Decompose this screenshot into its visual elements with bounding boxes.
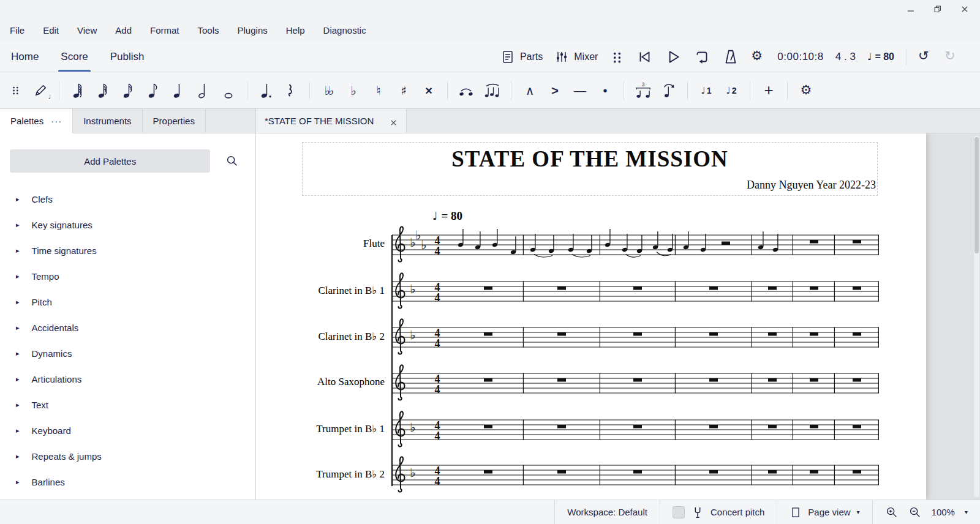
tab-properties[interactable]: Properties [143,109,206,133]
stave[interactable]: ♭44 [392,315,879,359]
zoom-out-icon[interactable] [908,506,922,519]
chevron-down-icon[interactable]: ▾ [965,509,968,515]
document-tab[interactable]: *STATE OF THE MISSION [256,109,407,133]
menu-item-format[interactable]: Format [150,25,179,36]
expand-arrow-icon[interactable]: ▸ [16,401,20,409]
note-eighth-button[interactable] [145,80,161,101]
tuplet-button[interactable]: 3 [635,80,652,101]
stave-label[interactable]: Trumpet in B♭ 1 [256,422,385,435]
stave-label[interactable]: Clarinet in B♭ 1 [256,284,385,297]
menu-item-edit[interactable]: Edit [43,25,59,36]
palette-item-repeats-jumps[interactable]: ▸Repeats & jumps [0,443,255,469]
stave[interactable]: 44 [392,361,879,405]
playback-settings-icon[interactable]: ⚙ [751,50,766,64]
palette-item-barlines[interactable]: ▸Barlines [0,469,255,495]
expand-arrow-icon[interactable]: ▸ [16,272,20,280]
palette-item-clefs[interactable]: ▸Clefs [0,186,255,212]
flat-button[interactable]: ♭ [345,80,361,101]
palette-item-articulations[interactable]: ▸Articulations [0,366,255,392]
stave-label[interactable]: Trumpet in B♭ 2 [256,468,385,481]
voice-1-button[interactable]: ♩1 [698,80,714,101]
restore-button[interactable] [933,5,942,13]
expand-arrow-icon[interactable]: ▸ [16,478,20,486]
tab-instruments[interactable]: Instruments [73,109,142,133]
add-palettes-button[interactable]: Add Palettes [10,149,210,173]
expand-arrow-icon[interactable]: ▸ [16,427,20,435]
stave[interactable]: ♭44 [392,269,879,313]
palette-item-tempo[interactable]: ▸Tempo [0,263,255,289]
expand-arrow-icon[interactable]: ▸ [16,221,20,229]
zoom-in-icon[interactable] [885,506,899,519]
workspace-button[interactable]: Workspace: Default [554,500,660,524]
marcato-button[interactable]: ∧ [522,80,538,101]
palette-item-time-signatures[interactable]: ▸Time signatures [0,238,255,263]
natural-button[interactable]: ♮ [371,80,386,101]
tab-palettes[interactable]: Palettes ··· [0,109,73,133]
rewind-button[interactable] [636,48,653,66]
playback-tempo[interactable]: ♩ = 80 [867,51,894,62]
concert-pitch-toggle[interactable] [673,506,685,518]
score-credit[interactable]: Danny Nguyen Year 2022-23 [747,179,876,192]
accent-button[interactable]: > [547,80,563,101]
score-page[interactable]: STATE OF THE MISSION Danny Nguyen Year 2… [256,133,926,500]
menu-item-help[interactable]: Help [286,25,305,36]
palette-item-text[interactable]: ▸Text [0,392,255,417]
note-whole-button[interactable] [221,80,236,101]
menu-item-diagnostic[interactable]: Diagnostic [323,25,366,36]
note-quarter-button[interactable] [170,80,186,101]
voice-2-button[interactable]: ♩2 [723,80,739,101]
palette-item-pitch[interactable]: ▸Pitch [0,289,255,315]
zoom-level[interactable]: 100% [932,507,955,517]
tab-score[interactable]: Score [61,42,88,72]
score-canvas[interactable]: STATE OF THE MISSION Danny Nguyen Year 2… [256,133,980,500]
menu-item-tools[interactable]: Tools [198,25,219,36]
palette-item-keyboard[interactable]: ▸Keyboard [0,417,255,443]
palette-item-accidentals[interactable]: ▸Accidentals [0,315,255,340]
loop-playback-button[interactable] [693,48,710,66]
menu-item-view[interactable]: View [77,25,97,36]
stave-label[interactable]: Clarinet in B♭ 2 [256,330,385,343]
expand-arrow-icon[interactable]: ▸ [16,452,20,460]
vertical-scrollbar[interactable] [974,136,979,497]
note-64th-button[interactable] [70,80,86,101]
add-toolbar-item-button[interactable]: + [761,80,777,101]
augmentation-dot-button[interactable] [258,80,274,101]
play-button[interactable] [665,48,682,66]
scrollbar-thumb[interactable] [974,137,979,253]
menu-item-file[interactable]: File [10,25,24,36]
expand-arrow-icon[interactable]: ▸ [16,350,20,357]
view-mode-button[interactable]: Page view ▾ [777,500,872,524]
palette-item-key-signatures[interactable]: ▸Key signatures [0,212,255,238]
slur-button[interactable] [483,80,500,101]
expand-arrow-icon[interactable]: ▸ [16,298,20,306]
menu-item-plugins[interactable]: Plugins [238,25,268,36]
sharp-button[interactable]: ♯ [396,80,412,101]
score-title[interactable]: STATE OF THE MISSION [302,146,878,172]
palette-search-button[interactable] [219,149,246,173]
drag-handle-icon[interactable] [609,50,624,64]
close-tab-icon[interactable] [390,118,398,125]
metronome-button[interactable] [722,48,739,66]
tenuto-button[interactable]: — [572,80,588,101]
palettes-menu-icon[interactable]: ··· [51,116,62,126]
menu-item-add[interactable]: Add [115,25,132,36]
concert-pitch-button[interactable]: Concert pitch [660,500,777,524]
stave[interactable]: ♭44 [392,408,879,452]
flip-direction-button[interactable] [661,80,677,101]
stave[interactable]: ♭44 [392,453,879,497]
tie-button[interactable] [458,80,474,101]
stave-label[interactable]: Alto Saxophone [256,376,385,388]
stave[interactable]: ♭♭♭44 [392,223,879,267]
note-half-button[interactable] [195,80,211,101]
note-32nd-button[interactable] [95,80,111,101]
expand-arrow-icon[interactable]: ▸ [16,195,20,203]
close-button[interactable] [960,5,969,13]
toolbar-drag-handle-icon[interactable] [7,80,23,101]
palette-item-dynamics[interactable]: ▸Dynamics [0,340,255,366]
toolbar-settings-icon[interactable]: ⚙ [798,80,814,101]
note-input-pencil-button[interactable]: ♩ [32,80,48,101]
minimize-button[interactable] [907,5,915,13]
tempo-marking[interactable]: ♩ = 80 [432,209,462,223]
double-sharp-button[interactable]: × [421,80,437,101]
expand-arrow-icon[interactable]: ▸ [16,247,20,255]
